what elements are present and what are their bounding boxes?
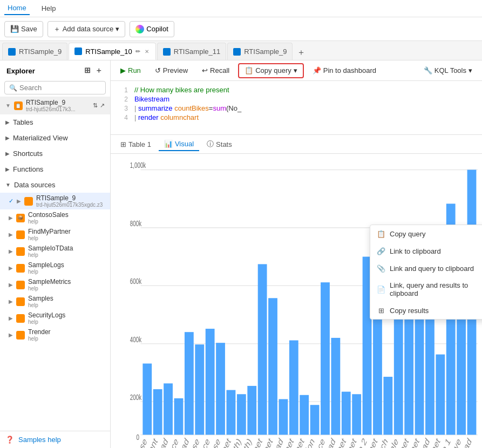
bar[interactable] <box>195 344 204 435</box>
bar[interactable] <box>185 332 194 435</box>
ds-sub: help <box>28 219 105 225</box>
menu-home[interactable]: Home <box>4 2 30 15</box>
bar[interactable] <box>289 341 298 435</box>
save-button[interactable]: 💾 Save <box>4 21 43 37</box>
samples-help[interactable]: ❓ Samples help <box>0 431 110 448</box>
bar[interactable] <box>394 307 403 435</box>
code-editor[interactable]: 1 // How many bikes are present 2 Bikest… <box>111 81 482 135</box>
add-icon[interactable]: ＋ <box>94 65 104 77</box>
ds-chevron: ▼ <box>5 182 11 188</box>
bar[interactable] <box>321 282 330 435</box>
ds-item-securitylogs[interactable]: ▶ SecurityLogs help <box>0 310 110 327</box>
tab-rtisample9-first[interactable]: RTISample_9 <box>2 43 67 60</box>
tab-rtisample11[interactable]: RTISample_11 <box>157 43 226 60</box>
kql-tools-button[interactable]: 🔧 KQL Tools ▾ <box>418 65 478 76</box>
ds-icon <box>16 281 25 289</box>
tabs-bar: RTISample_9 RTISample_10 ✏ ✕ RTISample_1… <box>0 41 482 60</box>
ds-name: SampleIoTData <box>28 245 105 252</box>
ds-item-samplelogs[interactable]: ▶ SampleLogs help <box>0 260 110 276</box>
copilot-button[interactable]: Copilot <box>130 21 174 37</box>
tab-rtisample9-second[interactable]: RTISample_9 <box>227 43 293 60</box>
bar[interactable] <box>142 364 152 435</box>
bar[interactable] <box>383 377 392 435</box>
arrow-up-icon[interactable]: ⇅ <box>93 102 98 109</box>
ds-item-contoso[interactable]: ▶ 📦 ContosoSales help <box>0 209 110 226</box>
bar[interactable] <box>206 329 215 435</box>
dropdown-link-query-clipboard[interactable]: 📎 Link and query to clipboard <box>370 260 482 277</box>
add-tab-button[interactable]: ＋ <box>294 45 309 60</box>
expand-ds-icon: ▶ <box>9 298 13 304</box>
tab-visual[interactable]: 📊 Visual <box>159 138 199 151</box>
shortcuts-section: ▶ Shortcuts <box>0 146 110 161</box>
copy-query-button[interactable]: 📋 Copy query ▾ <box>238 63 303 78</box>
tab-label: RTISample_10 <box>85 47 132 56</box>
shortcuts-header[interactable]: ▶ Shortcuts <box>0 147 110 160</box>
dropdown-link-query-results-clipboard[interactable]: 📄 Link, query and results to clipboard <box>370 277 482 302</box>
query-toolbar: ▶ Run ↺ Preview ↩ Recall 📋 Copy query ▾ … <box>111 60 482 81</box>
ds-info: SecurityLogs help <box>28 311 105 325</box>
menu-help[interactable]: Help <box>38 2 59 15</box>
code-line-2: 2 Bikestream <box>111 94 482 104</box>
ds-item-rtisample9[interactable]: ✓ ▶ RTISample_9 trd-hjut526m017k35xgdc.z… <box>0 193 110 209</box>
bar[interactable] <box>300 395 309 435</box>
bar[interactable] <box>331 338 340 435</box>
functions-label: Functions <box>13 165 43 173</box>
preview-button[interactable]: ↺ Preview <box>150 63 193 78</box>
tables-header[interactable]: ▶ Tables <box>0 116 110 129</box>
bar[interactable] <box>415 307 424 435</box>
search-input[interactable] <box>19 84 110 92</box>
bar[interactable] <box>237 394 246 435</box>
pin-dashboard-button[interactable]: 📌 Pin to dashboard <box>307 63 382 78</box>
ds-info: FindMyPartner help <box>28 228 105 241</box>
bar[interactable] <box>279 399 288 435</box>
ds-item-findmypartner[interactable]: ▶ FindMyPartner help <box>0 226 110 243</box>
svg-text:800k: 800k <box>130 219 142 228</box>
recall-button[interactable]: ↩ Recall <box>196 63 235 78</box>
edit-icon[interactable]: ✏ <box>135 48 140 55</box>
explorer-title: Explorer <box>6 67 35 75</box>
bar[interactable] <box>227 390 236 435</box>
ds-item-samplemetrics[interactable]: ▶ SampleMetrics help <box>0 276 110 293</box>
tab-stats[interactable]: ⓘ Stats <box>201 137 237 151</box>
preview-icon: ↺ <box>155 66 161 74</box>
ds-item-trender[interactable]: ▶ Trender help <box>0 327 110 343</box>
external-link-icon[interactable]: ↗ <box>100 102 105 109</box>
svg-text:600k: 600k <box>130 276 142 286</box>
bar[interactable] <box>216 343 225 435</box>
expand-icon: ▶ <box>17 198 21 204</box>
ds-info: Trender help <box>28 328 105 342</box>
ds-item-samples[interactable]: ▶ Samples help <box>0 293 110 310</box>
ds-icon <box>24 197 33 206</box>
bar[interactable] <box>436 355 445 435</box>
plus-icon: ＋ <box>53 24 60 34</box>
ds-sub: help <box>28 235 105 241</box>
expand-icon[interactable]: ⊞ <box>83 65 92 77</box>
dropdown-link-clipboard[interactable]: 🔗 Link to clipboard <box>370 242 482 260</box>
rti-sample-item[interactable]: ▼ 📋 RTISample_9 trd-hjut526m017k3... ⇅ ↗ <box>0 97 110 114</box>
bar[interactable] <box>174 398 184 435</box>
bar[interactable] <box>310 405 320 435</box>
bar[interactable] <box>373 307 382 435</box>
ds-item-sampleiotdata[interactable]: ▶ SampleIoTData help <box>0 243 110 260</box>
ds-sub: help <box>28 336 105 342</box>
tab-close-button[interactable]: ✕ <box>144 49 150 55</box>
ds-icon <box>16 297 25 306</box>
run-button[interactable]: ▶ Run <box>115 63 146 78</box>
materialized-view-header[interactable]: ▶ Materialized View <box>0 131 110 145</box>
bar[interactable] <box>352 394 361 435</box>
add-data-source-button[interactable]: ＋ Add data source ▾ <box>47 21 126 37</box>
dropdown-copy-results[interactable]: ⊞ Copy results <box>370 302 482 319</box>
tab-rtisample10[interactable]: RTISample_10 ✏ ✕ <box>69 43 155 60</box>
tab-table1[interactable]: ⊞ Table 1 <box>115 138 157 151</box>
bar[interactable] <box>342 392 351 435</box>
bar[interactable] <box>247 386 256 435</box>
link-icon: 🔗 <box>377 247 385 255</box>
bar[interactable] <box>268 298 277 435</box>
bar[interactable] <box>164 383 173 435</box>
dropdown-copy-query[interactable]: 📋 Copy query <box>370 225 482 242</box>
bar[interactable] <box>258 264 267 435</box>
copilot-icon <box>135 25 144 33</box>
bar[interactable] <box>153 389 162 435</box>
functions-header[interactable]: ▶ Functions <box>0 162 110 176</box>
datasources-header[interactable]: ▼ Data sources <box>0 178 110 192</box>
